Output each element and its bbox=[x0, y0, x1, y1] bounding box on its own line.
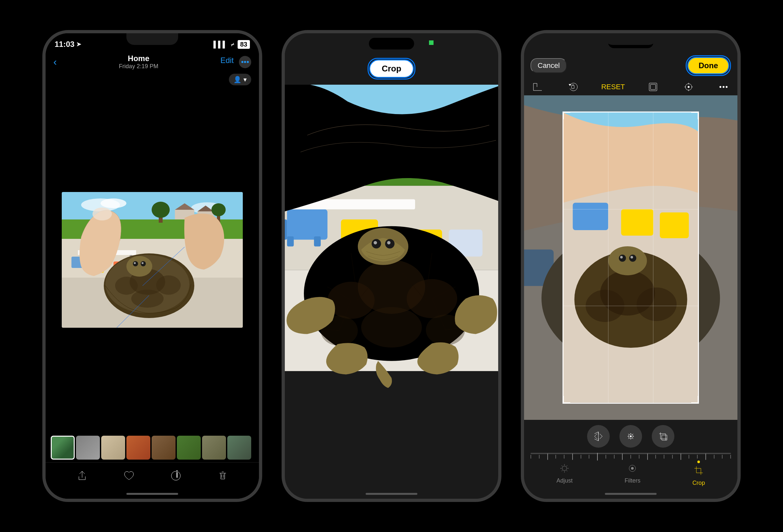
filters-label: Filters bbox=[625, 477, 640, 484]
chevron-icon: ▾ bbox=[244, 75, 247, 83]
svg-rect-54 bbox=[285, 219, 287, 240]
tick-major bbox=[572, 453, 573, 460]
person-button[interactable]: 👤 ▾ bbox=[229, 74, 251, 85]
svg-rect-99 bbox=[572, 202, 608, 230]
filter-button[interactable] bbox=[619, 425, 642, 448]
fullscreen-turtle-svg bbox=[285, 85, 498, 489]
thumbnail-3[interactable] bbox=[126, 436, 150, 460]
info-button[interactable]: i bbox=[168, 468, 184, 484]
crop-corner-tl[interactable] bbox=[563, 112, 570, 119]
thumbnail-5[interactable] bbox=[177, 436, 201, 460]
vol-up-button-2[interactable] bbox=[282, 91, 282, 111]
status-time: 11:03 bbox=[55, 40, 74, 49]
thumbnail-strip bbox=[45, 433, 259, 462]
active-tab-dot bbox=[697, 461, 700, 463]
bottom-tabs: Adjust Filters bbox=[524, 457, 738, 489]
filters-icon bbox=[627, 463, 638, 476]
crop-header: Crop bbox=[285, 53, 498, 85]
adjust-icon bbox=[559, 463, 570, 476]
vol-up-button-3[interactable] bbox=[521, 91, 522, 111]
back-button[interactable]: ‹ bbox=[53, 56, 57, 68]
done-button[interactable]: Done bbox=[687, 57, 729, 74]
tab-crop[interactable]: Crop bbox=[692, 461, 705, 487]
crop-ratio-tool[interactable] bbox=[646, 80, 660, 94]
svg-point-108 bbox=[629, 255, 636, 262]
thumbnail-1[interactable] bbox=[76, 436, 100, 460]
signal-icon: ▌▌▌ bbox=[213, 41, 227, 48]
album-title: Home bbox=[119, 54, 158, 63]
status-bar-1: 11:03 ➤ ▌▌▌ ⌿ 83 bbox=[45, 33, 259, 53]
slider-track[interactable] bbox=[531, 453, 731, 454]
silent-switch-2[interactable] bbox=[282, 156, 282, 188]
slider-ticks bbox=[531, 453, 731, 461]
svg-point-10 bbox=[152, 202, 170, 218]
status-left: 11:03 ➤ bbox=[55, 40, 81, 49]
crop-selection-box[interactable] bbox=[563, 112, 699, 404]
aspect-ratio-tool[interactable] bbox=[531, 80, 545, 94]
crop-corner-tr[interactable] bbox=[691, 112, 699, 119]
straighten-tool[interactable] bbox=[682, 80, 696, 94]
tab-filters[interactable]: Filters bbox=[625, 463, 640, 484]
status-right: ▌▌▌ ⌿ 83 bbox=[213, 40, 250, 49]
svg-point-33 bbox=[142, 262, 144, 264]
svg-point-28 bbox=[131, 290, 164, 308]
crop-corner-br[interactable] bbox=[691, 396, 699, 404]
edit-button[interactable]: Edit bbox=[220, 56, 234, 68]
reset-button[interactable]: RESET bbox=[601, 83, 625, 91]
thumbnail-0[interactable] bbox=[51, 436, 75, 460]
thumbnail-6[interactable] bbox=[202, 436, 226, 460]
svg-point-105 bbox=[636, 288, 677, 321]
photo-viewer[interactable] bbox=[45, 87, 259, 433]
thumbnail-2[interactable] bbox=[101, 436, 125, 460]
rotate-tool[interactable] bbox=[566, 80, 580, 94]
crop-tool-button[interactable] bbox=[652, 425, 675, 448]
silent-switch-3[interactable] bbox=[521, 156, 522, 188]
bottom-toolbar-1: i bbox=[45, 462, 259, 489]
vol-down-button[interactable] bbox=[42, 117, 43, 150]
home-indicator-1 bbox=[45, 489, 259, 499]
tools-bar: RESET ••• bbox=[524, 79, 738, 95]
phone3-frame: Cancel Done RESET bbox=[521, 30, 741, 502]
svg-point-29 bbox=[126, 256, 152, 277]
person-icon: 👤 bbox=[233, 75, 242, 83]
more-options-tool[interactable]: ••• bbox=[717, 80, 731, 94]
crop-corner-bl[interactable] bbox=[563, 396, 570, 404]
tick bbox=[555, 455, 556, 459]
delete-button[interactable] bbox=[215, 468, 231, 484]
dynamic-island-3 bbox=[608, 36, 653, 48]
tick-center bbox=[597, 453, 598, 461]
tick bbox=[664, 455, 664, 459]
thumbnail-4[interactable] bbox=[152, 436, 176, 460]
tick bbox=[531, 455, 531, 459]
svg-point-114 bbox=[562, 466, 567, 471]
crop-button[interactable]: Crop bbox=[369, 60, 414, 78]
tab-adjust[interactable]: Adjust bbox=[556, 463, 572, 484]
cancel-button[interactable]: Cancel bbox=[531, 58, 567, 73]
main-photo[interactable] bbox=[62, 192, 243, 328]
flip-horizontal-button[interactable] bbox=[587, 425, 610, 448]
svg-point-110 bbox=[630, 256, 633, 258]
crop-photo-area[interactable] bbox=[524, 95, 738, 420]
vol-up-button[interactable] bbox=[42, 91, 43, 111]
thumbnail-7[interactable] bbox=[227, 436, 251, 460]
green-dot-2 bbox=[429, 40, 434, 45]
svg-point-22 bbox=[92, 208, 112, 220]
rotation-slider[interactable] bbox=[524, 453, 738, 457]
home-bar-2 bbox=[366, 493, 417, 495]
silent-switch[interactable] bbox=[42, 156, 43, 188]
adjust-label: Adjust bbox=[556, 477, 572, 484]
like-button[interactable] bbox=[121, 468, 137, 484]
crop-button-outline: Crop bbox=[368, 58, 416, 80]
svg-rect-76 bbox=[571, 85, 574, 89]
vol-down-button-3[interactable] bbox=[521, 117, 522, 150]
more-button[interactable]: ••• bbox=[239, 56, 251, 68]
vol-down-button-2[interactable] bbox=[282, 117, 282, 150]
fullscreen-photo[interactable] bbox=[285, 85, 498, 489]
tick-major bbox=[681, 453, 681, 460]
tick bbox=[722, 455, 723, 459]
share-button[interactable] bbox=[74, 468, 90, 484]
svg-point-2 bbox=[100, 198, 126, 208]
home-bar-3 bbox=[605, 493, 657, 495]
tick-major bbox=[547, 453, 548, 460]
tick bbox=[639, 455, 639, 459]
